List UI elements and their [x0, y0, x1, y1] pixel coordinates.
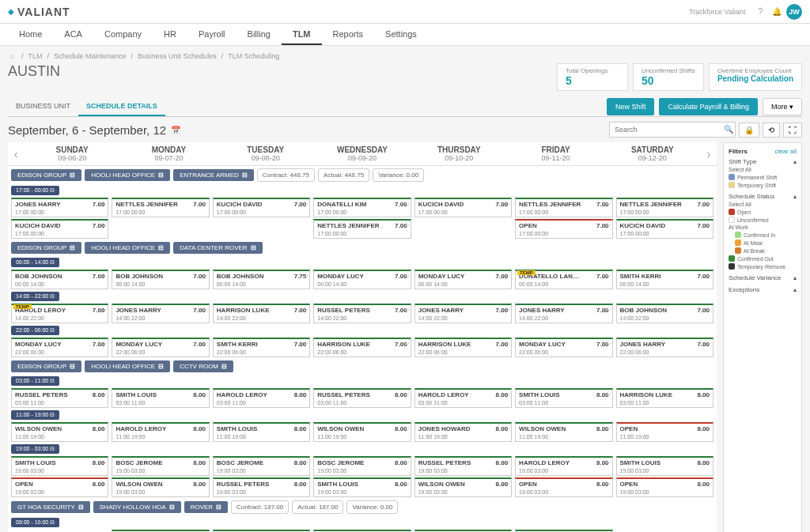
nav-payroll[interactable]: Payroll — [187, 24, 237, 45]
breadcrumb-item[interactable]: TLM — [28, 52, 42, 60]
shift-card[interactable]: ⋯ SMITH LOUIS 8.00 19:00 03:00 — [313, 477, 411, 497]
shift-menu-icon[interactable]: ⋯ — [100, 200, 107, 208]
shift-menu-icon[interactable]: ⋯ — [301, 340, 308, 348]
group-tag[interactable]: HOOLI HEAD OFFICE ⊟ — [85, 169, 170, 181]
shift-menu-icon[interactable]: ⋯ — [604, 221, 611, 229]
shift-menu-icon[interactable]: ⋯ — [705, 391, 712, 398]
time-slot-pill[interactable]: 14:00 - 22:00 ⊟ — [11, 292, 59, 301]
search-input[interactable] — [609, 122, 736, 138]
shift-card[interactable]: ⋯ OPEN 7.00 17:00 00:00 — [515, 219, 612, 239]
shift-menu-icon[interactable]: ⋯ — [301, 424, 308, 432]
shift-card[interactable]: ⋯ JONES HARRY 7.00 17:00 00:00 — [11, 198, 108, 217]
shift-menu-icon[interactable]: ⋯ — [403, 306, 410, 314]
shift-menu-icon[interactable]: ⋯ — [201, 340, 208, 348]
shift-menu-icon[interactable]: ⋯ — [503, 272, 510, 280]
shift-menu-icon[interactable]: ⋯ — [705, 272, 712, 280]
nav-billing[interactable]: Billing — [237, 24, 282, 45]
nav-settings[interactable]: Settings — [374, 24, 428, 45]
collapse-icon[interactable]: ⊟ — [70, 363, 75, 370]
shift-menu-icon[interactable]: ⋯ — [201, 200, 208, 208]
shift-menu-icon[interactable]: ⋯ — [201, 391, 208, 398]
shift-card[interactable]: ⋯ SMITH KERRI 7.00 06:00 14:00 — [616, 270, 713, 289]
shift-card[interactable]: ⋯ JONES HARRY 7.00 14:00 22:00 — [414, 304, 512, 323]
collapse-icon[interactable]: ⊟ — [158, 244, 164, 251]
shift-menu-icon[interactable]: ⋯ — [100, 480, 107, 488]
select-all-link[interactable]: Select All — [729, 202, 797, 207]
breadcrumb-item[interactable]: Schedule Maintenance — [54, 52, 127, 60]
shift-menu-icon[interactable]: ⋯ — [503, 458, 510, 466]
shift-card[interactable]: ⋯ BOSC JEROME 8.00 19:00 03:00 — [112, 456, 209, 476]
prev-week-button[interactable]: ‹ — [8, 142, 24, 165]
shift-card[interactable]: ⋯ HAROLD LEROY 7.00 14:00 22:00 — [11, 304, 108, 323]
filter-item[interactable]: Unconfirmed — [729, 217, 797, 223]
shift-menu-icon[interactable]: ⋯ — [301, 200, 308, 208]
collapse-icon[interactable]: ⊟ — [78, 504, 84, 511]
shift-menu-icon[interactable]: ⋯ — [201, 458, 208, 466]
shift-menu-icon[interactable]: ⋯ — [100, 272, 107, 280]
collapse-icon[interactable]: ⊟ — [169, 504, 175, 511]
shift-menu-icon[interactable]: ⋯ — [503, 306, 510, 314]
shift-menu-icon[interactable]: ⋯ — [705, 200, 712, 208]
shift-card[interactable]: ⋯ NETTLES JENNIFER 7.00 17:00 00:00 — [313, 219, 411, 239]
shift-menu-icon[interactable]: ⋯ — [201, 424, 208, 432]
calculate-payroll-button[interactable]: Calculate Payroll & Billing — [659, 98, 758, 115]
shift-card[interactable]: ⋯ HAROLD LEROY 8.00 19:00 03:00 — [515, 456, 612, 476]
shift-menu-icon[interactable]: ⋯ — [100, 458, 107, 466]
help-icon[interactable]: ? — [758, 7, 763, 16]
shift-card[interactable]: ⋯ JONES HOWARD 8.00 11:00 19:00 — [414, 422, 512, 442]
filter-section-header[interactable]: Shift Type▴ — [729, 158, 797, 165]
filter-item[interactable]: At Meal — [729, 240, 797, 246]
home-icon[interactable]: ⌂ — [10, 52, 14, 60]
shift-card[interactable]: ⋯ RUSSEL PETERS 8.00 19:00 03:00 — [213, 477, 310, 497]
shift-card[interactable]: ⋯ KUCICH DAVID 7.00 17:00 00:00 — [11, 219, 108, 239]
shift-menu-icon[interactable]: ⋯ — [100, 424, 107, 432]
shift-card[interactable]: ⋯ RUSSEL PETERS 8.00 03:00 11:00 — [313, 388, 411, 408]
shift-menu-icon[interactable]: ⋯ — [100, 306, 107, 314]
shift-menu-icon[interactable]: ⋯ — [403, 458, 410, 466]
shift-card[interactable]: ⋯ WILSON OWEN 8.00 19:00 03:00 — [112, 477, 209, 497]
group-tag[interactable]: ROVER ⊟ — [184, 501, 228, 513]
shift-card[interactable]: ⋯ WILSON OWEN 8.00 11:00 19:00 — [11, 422, 108, 442]
shift-card[interactable]: ⋯ KUCICH DAVID 7.00 17:00 00:00 — [213, 198, 310, 217]
shift-menu-icon[interactable]: ⋯ — [403, 480, 410, 488]
breadcrumb-item[interactable]: Business Unit Schedules — [138, 52, 217, 60]
collapse-icon[interactable]: ⊟ — [216, 504, 221, 511]
shift-card[interactable]: ⋯ WILSON OWEN 8.00 19:00 03:00 — [414, 477, 512, 497]
group-tag[interactable]: HOOLI HEAD OFFICE ⊟ — [85, 242, 170, 254]
shift-card[interactable]: ⋯ RUSSEL PETERS 7.00 14:00 22:00 — [313, 304, 411, 323]
shift-menu-icon[interactable]: ⋯ — [604, 424, 611, 432]
time-slot-pill[interactable]: 11:00 - 19:00 ⊟ — [11, 410, 59, 420]
shift-card[interactable]: ⋯ HARRISON LUKE 8.00 03:00 11:00 — [616, 388, 713, 408]
shift-menu-icon[interactable]: ⋯ — [705, 424, 712, 432]
group-tag[interactable]: GT HOA SECURITY ⊟ — [11, 501, 90, 513]
nav-home[interactable]: Home — [8, 24, 53, 45]
clear-all-link[interactable]: clear all — [774, 148, 797, 155]
shift-card[interactable]: ⋯ HARRISON LUKE 7.00 22:00 06:00 — [313, 338, 411, 357]
filter-item[interactable]: At Break — [729, 247, 797, 254]
time-slot-pill[interactable]: 08:00 - 16:00 ⊟ — [11, 518, 59, 527]
user-avatar[interactable]: JW — [786, 4, 802, 20]
time-slot-pill[interactable]: 22:00 - 06:00 ⊟ — [11, 326, 59, 335]
shift-menu-icon[interactable]: ⋯ — [503, 200, 510, 208]
lock-button[interactable]: 🔒 — [739, 123, 759, 138]
shift-menu-icon[interactable]: ⋯ — [604, 458, 611, 466]
nav-hr[interactable]: HR — [153, 24, 187, 45]
filter-section-header[interactable]: Schedule Variance▴ — [729, 274, 797, 281]
shift-menu-icon[interactable]: ⋯ — [503, 424, 510, 432]
shift-menu-icon[interactable]: ⋯ — [403, 340, 410, 348]
shift-card[interactable]: ⋯ MONDAY LUCY 7.00 06:00 14:00 — [313, 270, 411, 289]
shift-card[interactable]: ⋯ OPEN 8.00 19:00 03:00 — [616, 477, 713, 497]
shift-menu-icon[interactable]: ⋯ — [403, 391, 410, 398]
shift-card[interactable]: ⋯ HAROLD LEROY 8.00 03:00 11:00 — [414, 388, 512, 408]
shift-card[interactable]: ⋯ DONATELLI KIM 7.00 17:00 00:00 — [313, 198, 411, 217]
filter-item[interactable]: Confirmed Out — [729, 255, 797, 262]
shift-menu-icon[interactable]: ⋯ — [604, 480, 611, 488]
shift-menu-icon[interactable]: ⋯ — [604, 306, 611, 314]
shift-card[interactable]: ⋯ HAROLD LEROY 8.00 11:00 19:00 — [112, 422, 209, 442]
shift-card[interactable]: ⋯ DONATELLO LANESTER 7.00 06:00 14:00 — [515, 270, 612, 289]
shift-card[interactable]: ⋯ OPEN 8.00 19:00 03:00 — [11, 477, 108, 497]
search-icon[interactable]: 🔍 — [724, 125, 733, 134]
shift-card[interactable]: ⋯ NETTLES JENNIFER 7.00 17:00 00:00 — [112, 198, 209, 217]
sub-tab[interactable]: BUSINESS UNIT — [8, 97, 78, 116]
shift-menu-icon[interactable]: ⋯ — [705, 306, 712, 314]
